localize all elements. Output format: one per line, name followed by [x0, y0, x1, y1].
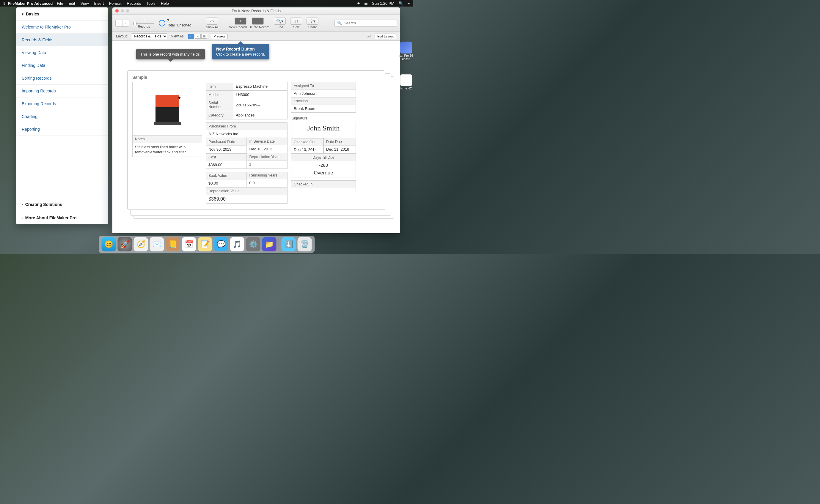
- signature-field[interactable]: John Smith: [291, 122, 356, 135]
- window-titlebar[interactable]: Try It Now: Records & Fields: [112, 7, 400, 15]
- share-button[interactable]: ⇪▾: [306, 18, 318, 25]
- chevron-right-icon: ›: [22, 203, 23, 206]
- view-list-button[interactable]: ≡: [195, 34, 201, 39]
- location-field[interactable]: Break Room: [291, 105, 355, 112]
- records-label: Records: [138, 25, 150, 28]
- cost-field[interactable]: $369.00: [206, 161, 246, 168]
- layout-select[interactable]: Records & Fields: [131, 33, 167, 39]
- menu-extras-icon[interactable]: ≡: [407, 1, 410, 6]
- dock-calendar[interactable]: 📅: [182, 237, 196, 251]
- delete-record-button[interactable]: －: [252, 18, 264, 25]
- show-all-button[interactable]: ▭: [206, 18, 218, 25]
- view-table-button[interactable]: ▦: [201, 34, 207, 39]
- menu-view[interactable]: View: [81, 1, 89, 6]
- model-field[interactable]: LH3000: [233, 91, 287, 99]
- checked-in-field[interactable]: [291, 188, 355, 193]
- sidebar-item-charting[interactable]: Charting: [16, 110, 108, 123]
- preview-button[interactable]: Preview: [211, 34, 228, 39]
- sidebar-item-sorting[interactable]: Sorting Records: [16, 72, 108, 85]
- menu-insert[interactable]: Insert: [94, 1, 104, 6]
- app-name[interactable]: FileMaker Pro Advanced: [8, 1, 53, 6]
- sidebar-item-exporting[interactable]: Exporting Records: [16, 97, 108, 110]
- subtoolbar: Layout: Records & Fields View As: ▭ ≡ ▦ …: [112, 32, 400, 41]
- dep-value-field[interactable]: $369.00: [206, 195, 287, 203]
- menu-records[interactable]: Records: [127, 1, 141, 6]
- record-slider[interactable]: [133, 23, 154, 24]
- sort-state: Total (Unsorted): [167, 23, 192, 27]
- sidebar-item-finding[interactable]: Finding Data: [16, 59, 108, 72]
- sidebar-section-more[interactable]: › More About FileMaker Pro: [16, 211, 108, 224]
- pie-icon[interactable]: [159, 20, 165, 26]
- dock-mail[interactable]: ✉️: [150, 237, 164, 251]
- notes-field[interactable]: Stainless steel lined boiler with remova…: [133, 143, 202, 157]
- minimize-button[interactable]: [121, 9, 124, 12]
- record-nav: ‹ ›: [115, 20, 129, 27]
- view-form-button[interactable]: ▭: [188, 34, 194, 39]
- apple-icon[interactable]: : [4, 1, 5, 6]
- desktop-icon-app[interactable]: ker Pro 16 anced: [399, 42, 413, 61]
- dock-itunes[interactable]: 🎵: [230, 237, 244, 251]
- sidebar-item-records-fields[interactable]: Records & Fields: [16, 34, 108, 46]
- menu-tools[interactable]: Tools: [147, 1, 155, 6]
- sidebar-section-creating[interactable]: › Creating Solutions: [16, 198, 108, 211]
- new-record-button[interactable]: ＋: [234, 18, 246, 25]
- dock-trash[interactable]: 🗑️: [297, 237, 312, 251]
- dock-messages[interactable]: 💬: [214, 237, 228, 251]
- sidebar-section-basics[interactable]: ▾ Basics: [16, 7, 108, 21]
- sidebar-item-importing[interactable]: Importing Records: [16, 85, 108, 97]
- find-button[interactable]: 🔍▾: [274, 18, 286, 25]
- clock[interactable]: Sun 1:20 PM: [372, 1, 394, 6]
- dock-finder[interactable]: 😊: [102, 237, 116, 251]
- mac-menubar:  FileMaker Pro Advanced File Edit View …: [0, 0, 413, 7]
- dock-launchpad[interactable]: 🚀: [118, 237, 132, 251]
- record-number[interactable]: 1: [143, 18, 145, 22]
- record-card: Sample Notes Stainless steel lined boile…: [127, 70, 385, 210]
- desktop-icon-file[interactable]: ts.fmp12: [399, 74, 413, 90]
- prev-record-button[interactable]: ‹: [116, 20, 122, 26]
- sidebar-item-welcome[interactable]: Welcome to FileMaker Pro: [16, 21, 108, 34]
- search-input[interactable]: [344, 21, 394, 25]
- in-service-field[interactable]: Dec 10, 2013: [247, 145, 287, 153]
- book-value-field[interactable]: $0.00: [206, 179, 246, 187]
- item-image[interactable]: [132, 82, 202, 136]
- dock-safari[interactable]: 🧭: [134, 237, 148, 251]
- date-due-field[interactable]: Dec 11, 2016: [324, 146, 355, 153]
- window-title: Try It Now: Records & Fields: [232, 9, 281, 13]
- spotlight-icon[interactable]: 🔍: [398, 1, 403, 6]
- search-field[interactable]: 🔍: [334, 20, 397, 27]
- zoom-button[interactable]: [126, 9, 129, 12]
- category-field[interactable]: Appliances: [233, 111, 287, 119]
- sort-button[interactable]: ↓↑: [290, 18, 302, 25]
- edit-layout-button[interactable]: Edit Layout: [374, 34, 396, 39]
- serial-field[interactable]: 2267155789A: [233, 101, 287, 109]
- overdue-status: Overdue: [291, 169, 355, 177]
- next-record-button[interactable]: ›: [122, 20, 129, 26]
- tutorial-sidebar: ▾ Basics Welcome to FileMaker Pro Record…: [16, 7, 108, 224]
- dep-years-field[interactable]: 2: [247, 161, 287, 168]
- sidebar-item-viewing[interactable]: Viewing Data: [16, 46, 108, 59]
- close-button[interactable]: [115, 9, 119, 12]
- dock-notes[interactable]: 📝: [198, 237, 212, 251]
- checked-out-field[interactable]: Dec 10, 2014: [291, 146, 323, 153]
- total-count: 7: [167, 19, 192, 23]
- menu-format[interactable]: Format: [109, 1, 121, 6]
- sidebar-item-reporting[interactable]: Reporting: [16, 123, 108, 136]
- dock-preferences[interactable]: ⚙️: [246, 237, 260, 251]
- notification-icon[interactable]: ☰: [364, 1, 368, 6]
- text-format-icon[interactable]: Aª: [367, 34, 371, 38]
- menu-help[interactable]: Help: [161, 1, 169, 6]
- menu-edit[interactable]: Edit: [68, 1, 75, 6]
- dock-contacts[interactable]: 📒: [166, 237, 180, 251]
- view-as-label: View As:: [171, 34, 185, 38]
- purchased-date-field[interactable]: Nov 30, 2013: [206, 146, 246, 153]
- assigned-field[interactable]: Ann Johnson: [291, 90, 355, 97]
- menu-file[interactable]: File: [57, 1, 63, 6]
- filemaker-window: Try It Now: Records & Fields ‹ › 1 Recor…: [112, 7, 400, 233]
- dock-downloads[interactable]: ⬇️: [281, 237, 296, 251]
- purchased-from-field[interactable]: A-Z Networks Inc.: [206, 130, 287, 138]
- item-field[interactable]: Espresso Machine: [233, 82, 287, 90]
- remaining-field[interactable]: 0.0: [247, 179, 287, 187]
- sample-label: Sample: [132, 75, 380, 80]
- status-icon[interactable]: ✈: [357, 1, 360, 6]
- dock-filemaker[interactable]: 📁: [262, 237, 276, 251]
